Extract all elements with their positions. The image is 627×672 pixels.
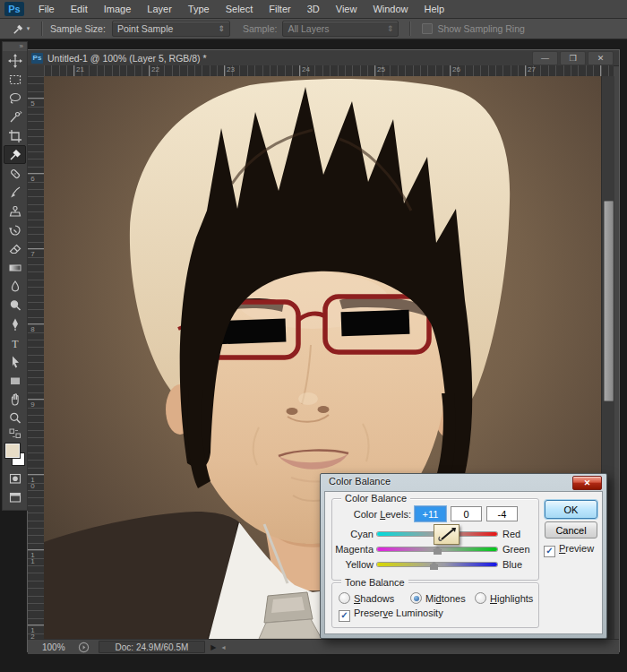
sample-size-dropdown[interactable]: Point Sample ⇕ — [112, 21, 230, 37]
preview-checkbox[interactable]: ✓Preview — [544, 543, 594, 557]
quick-mask-button[interactable] — [4, 469, 26, 487]
tone-balance-group-label: Tone Balance — [341, 577, 408, 588]
radio-selected-icon — [410, 592, 422, 604]
red-label: Red — [502, 529, 520, 539]
zoom-level[interactable]: 100% — [42, 642, 65, 652]
menu-edit[interactable]: Edit — [63, 4, 96, 14]
tool-path-selection[interactable] — [4, 352, 26, 371]
document-title: Untitled-1 @ 100% (Layer 5, RGB/8) * — [47, 53, 207, 64]
tool-rectangle[interactable] — [4, 371, 26, 390]
foreground-background-swatches[interactable] — [4, 442, 26, 469]
highlights-radio[interactable]: Highlights — [475, 592, 533, 604]
checkbox-check-icon: ✓ — [339, 610, 350, 622]
menu-filter[interactable]: Filter — [261, 4, 298, 14]
cancel-button[interactable]: Cancel — [545, 521, 597, 538]
menu-file[interactable]: File — [30, 4, 63, 14]
sample-dropdown: All Layers ⇕ — [282, 21, 399, 37]
sample-value: All Layers — [288, 23, 329, 34]
tool-history-brush[interactable] — [4, 220, 26, 239]
midtones-radio[interactable]: Midtones — [410, 592, 466, 604]
shadows-radio[interactable]: Shadows — [339, 592, 394, 604]
ruler-number: 5 — [30, 100, 36, 107]
tool-hand[interactable] — [4, 390, 26, 409]
yellow-label: Yellow — [332, 559, 374, 570]
magenta-label: Magenta — [332, 544, 374, 555]
menu-type[interactable]: Type — [180, 4, 218, 14]
menu-layer[interactable]: Layer — [139, 4, 180, 14]
tool-move[interactable] — [4, 51, 26, 70]
eyedropper-icon — [12, 22, 25, 36]
ok-button[interactable]: OK — [545, 500, 597, 519]
separator — [409, 22, 411, 36]
color-levels-label: Color Levels: — [341, 509, 411, 520]
ruler-number: 7 — [30, 251, 36, 257]
color-level-input-2[interactable]: 0 — [451, 506, 482, 521]
app-menu-bar: Ps File Edit Image Layer Type Select Fil… — [0, 0, 627, 19]
menu-select[interactable]: Select — [218, 4, 262, 14]
eyedropper-preset-button[interactable]: ▾ — [7, 21, 34, 37]
green-label: Green — [502, 544, 530, 555]
menu-window[interactable]: Window — [365, 4, 416, 14]
close-button[interactable]: ✕ — [588, 51, 614, 65]
ruler-number: 6 — [30, 176, 36, 182]
minimize-button[interactable]: — — [532, 51, 558, 65]
ruler-number: 24 — [302, 65, 310, 73]
ruler-number: 8 — [30, 326, 36, 332]
tool-dodge[interactable] — [4, 296, 26, 314]
toolbox-collapse-button[interactable]: » — [3, 42, 27, 51]
document-size-info[interactable]: Doc: 24.9M/60.5M — [99, 641, 206, 653]
menu-3d[interactable]: 3D — [299, 4, 328, 14]
sample-label: Sample: — [243, 23, 278, 34]
tool-eyedropper[interactable] — [4, 145, 26, 164]
sample-size-label: Sample Size: — [50, 23, 106, 34]
tool-pen[interactable] — [4, 314, 26, 333]
tool-marquee[interactable] — [4, 70, 26, 89]
checkbox-check-icon: ✓ — [544, 546, 555, 557]
ruler-number: 22 — [151, 65, 159, 73]
tool-options-bar: ▾ Sample Size: Point Sample ⇕ Sample: Al… — [0, 19, 627, 39]
color-level-input-1[interactable]: +11 — [415, 506, 446, 521]
slider-drag-cursor-icon — [434, 524, 460, 545]
dropdown-arrow-icon: ▾ — [27, 25, 30, 32]
tool-lasso[interactable] — [4, 89, 26, 108]
document-file-icon: Ps — [31, 53, 43, 64]
color-balance-dialog: Color Balance ✕ Color Balance Color Leve… — [320, 473, 607, 639]
tool-blur[interactable] — [4, 277, 26, 296]
dialog-body: Color Balance Color Levels: +11 0 -4 Cya… — [324, 491, 603, 634]
preserve-luminosity-checkbox[interactable]: ✓Preserve Luminosity — [339, 607, 443, 622]
document-title-bar[interactable]: Ps Untitled-1 @ 100% (Layer 5, RGB/8) * … — [28, 50, 619, 66]
dialog-close-button[interactable]: ✕ — [572, 476, 602, 490]
tool-quick-selection[interactable] — [4, 108, 26, 126]
radio-icon — [475, 592, 486, 604]
cyan-label: Cyan — [332, 529, 374, 539]
screen-mode-button[interactable] — [4, 487, 26, 506]
svg-text:T: T — [12, 337, 19, 349]
foreground-color-swatch[interactable] — [5, 444, 20, 458]
menu-image[interactable]: Image — [96, 4, 140, 14]
maximize-button[interactable]: ❒ — [560, 51, 586, 65]
tool-eraser[interactable] — [4, 239, 26, 258]
stepper-icon: ⇕ — [387, 24, 394, 33]
blue-label: Blue — [502, 559, 522, 570]
tool-healing-brush[interactable] — [4, 164, 26, 183]
tool-clone-stamp[interactable] — [4, 202, 26, 220]
toolbox: » T — [2, 41, 28, 511]
separator — [41, 22, 43, 36]
ruler-number: 25 — [377, 65, 385, 73]
color-level-input-3[interactable]: -4 — [486, 506, 518, 521]
status-menu-arrow-icon[interactable]: ▶ — [210, 643, 216, 651]
status-flyout-icon[interactable] — [78, 642, 90, 653]
scrollbar-thumb[interactable] — [604, 201, 614, 401]
tool-crop[interactable] — [4, 126, 26, 145]
swap-colors-icon[interactable] — [4, 427, 26, 440]
document-status-bar: 100% Doc: 24.9M/60.5M ▶ ◂ — [28, 639, 619, 654]
doc-size-text: Doc: 24.9M/60.5M — [116, 642, 189, 652]
ruler-number: 23 — [227, 65, 235, 73]
menu-view[interactable]: View — [328, 4, 365, 14]
tool-type[interactable]: T — [4, 333, 26, 352]
tool-gradient[interactable] — [4, 258, 26, 277]
color-balance-group-label: Color Balance — [341, 493, 410, 504]
tool-zoom[interactable] — [4, 409, 26, 427]
menu-help[interactable]: Help — [417, 4, 453, 14]
tool-brush[interactable] — [4, 183, 26, 202]
